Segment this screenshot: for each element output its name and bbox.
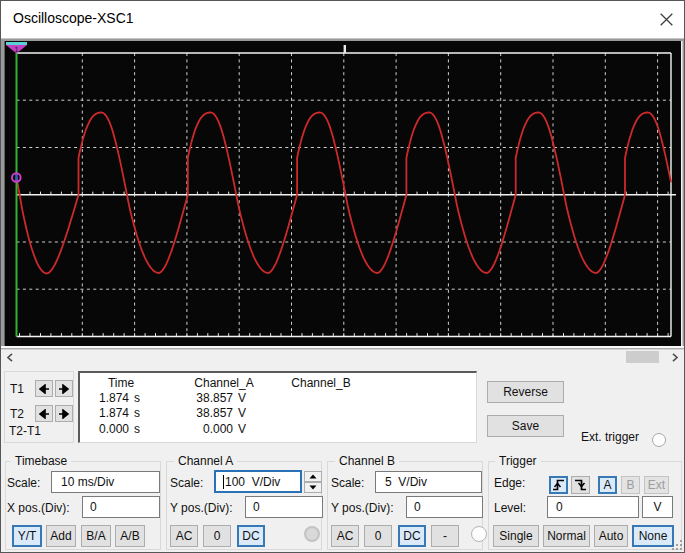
svg-text:1: 1 — [14, 45, 19, 54]
